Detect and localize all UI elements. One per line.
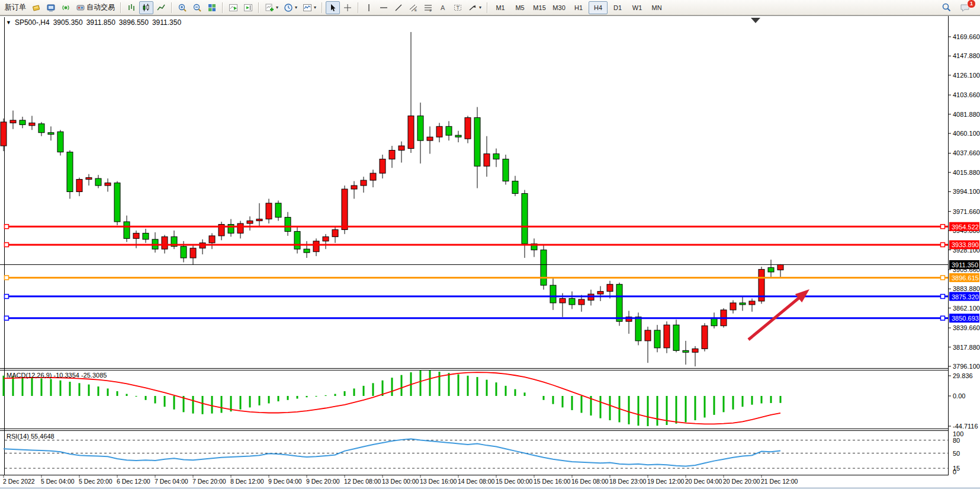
chart-candles-button[interactable] (139, 1, 153, 14)
templates-button[interactable]: ▾ (300, 1, 319, 14)
tile-windows-icon (207, 3, 217, 12)
timeframe-m30[interactable]: M30 (550, 1, 568, 14)
candle (114, 181, 120, 225)
time-tick-label: 9 Dec 20:00 (306, 478, 340, 485)
line-handle[interactable] (941, 276, 945, 280)
trendline-button[interactable] (391, 1, 406, 14)
candle (1, 119, 7, 151)
price-tick-label: 3817.880 (953, 344, 980, 351)
timeframe-h1[interactable]: H1 (569, 1, 588, 14)
autotrading-button[interactable]: 自动交易 (73, 1, 117, 14)
label-button[interactable]: T (451, 1, 465, 14)
line-handle[interactable] (5, 276, 9, 280)
high-value: 3911.850 (86, 18, 115, 27)
timeframe-m5[interactable]: M5 (510, 1, 529, 14)
candle (503, 155, 509, 185)
candle (86, 174, 92, 186)
text-button[interactable]: A (436, 1, 450, 14)
candle (512, 176, 518, 196)
fibonacci-button[interactable]: F (421, 1, 435, 14)
chart-bars-button[interactable] (124, 1, 139, 14)
new-order-button[interactable]: 新订单 (2, 1, 28, 14)
arrows-button[interactable]: ▾ (465, 1, 484, 14)
candle (95, 175, 101, 188)
line-handle[interactable] (941, 295, 945, 299)
candle (20, 117, 25, 128)
line-handle[interactable] (941, 242, 945, 247)
candle (579, 295, 584, 312)
separator (322, 2, 323, 13)
candle (237, 221, 243, 239)
price-tick-label: 4037.660 (953, 149, 980, 156)
collapse-panel-arrow-icon[interactable]: ▼ (6, 20, 11, 25)
vline-button[interactable] (362, 1, 376, 14)
line-handle[interactable] (5, 242, 9, 247)
line-handle[interactable] (5, 295, 9, 299)
candle (171, 231, 177, 249)
search-button[interactable] (939, 1, 954, 14)
candle (370, 170, 376, 187)
line-handle[interactable] (941, 316, 945, 320)
time-tick-label: 15 Dec 16:00 (534, 478, 571, 485)
candle (209, 233, 215, 249)
timeframe-w1[interactable]: W1 (628, 1, 647, 14)
dropdown-arrow-icon: ▾ (479, 5, 481, 10)
candle (522, 190, 528, 258)
svg-text:3850.693: 3850.693 (952, 315, 979, 322)
candle (531, 238, 537, 257)
arrows-icon (468, 3, 477, 12)
chart-line-button[interactable] (154, 1, 168, 14)
crosshair-button[interactable] (340, 1, 355, 14)
candle (200, 239, 205, 254)
timeframe-d1[interactable]: D1 (608, 1, 627, 14)
line-handle[interactable] (5, 316, 9, 320)
candle (427, 126, 433, 154)
vertical-line-icon (364, 3, 374, 12)
chart-canvas[interactable]: 4169.6604147.8804126.1004103.6604081.880… (0, 16, 980, 489)
candle (275, 200, 281, 220)
periods-button[interactable]: ▾ (281, 1, 300, 14)
svg-text:E: E (415, 8, 417, 12)
hline-button[interactable] (377, 1, 391, 14)
chart-shift-marker-icon[interactable] (751, 18, 760, 23)
timeframe-h4[interactable]: H4 (589, 1, 608, 14)
separator (487, 2, 488, 13)
notifications-button[interactable]: 1 (957, 1, 973, 14)
candle (673, 319, 679, 352)
line-handle[interactable] (5, 225, 9, 229)
candle (749, 299, 755, 312)
price-tick-label: 3839.660 (953, 324, 980, 331)
gold-badge-button[interactable] (29, 1, 43, 14)
tile-windows-button[interactable] (205, 1, 219, 14)
new-chart-button[interactable]: ▾ (262, 1, 281, 14)
price-tick-label: 3971.660 (953, 208, 980, 215)
candle (29, 116, 35, 130)
terminal-button[interactable] (44, 1, 58, 14)
candles-chart-icon (142, 3, 151, 12)
svg-text:A: A (441, 4, 445, 11)
zoom-in-button[interactable] (175, 1, 189, 14)
timeframe-m15[interactable]: M15 (530, 1, 549, 14)
candle (38, 122, 44, 136)
chart-window: ▼ SP500-,H4 3905.350 3911.850 3896.550 3… (0, 15, 980, 489)
zoom-out-button[interactable] (190, 1, 204, 14)
timeframe-mn[interactable]: MN (647, 1, 666, 14)
candle (493, 149, 499, 167)
candle (588, 290, 594, 306)
chart-shift-button[interactable] (241, 1, 255, 14)
cursor-button[interactable] (326, 1, 340, 14)
dropdown-arrow-icon: ▾ (314, 5, 316, 10)
signal-button[interactable] (59, 1, 73, 14)
trendline-icon (394, 3, 403, 12)
macd-indicator-label: MACD(12,26,9) -10.3354 -25.3085 (7, 372, 107, 379)
price-tick-label: 3883.880 (953, 285, 980, 292)
timeframe-m1[interactable]: M1 (491, 1, 510, 14)
bars-chart-icon (127, 3, 136, 12)
time-tick-label: 7 Dec 20:00 (192, 478, 226, 485)
price-tick-label: 4103.660 (953, 91, 980, 98)
channel-button[interactable]: E (406, 1, 420, 14)
svg-text:3911.350: 3911.350 (952, 261, 978, 269)
dropdown-arrow-icon: ▾ (276, 5, 278, 10)
line-handle[interactable] (941, 225, 945, 229)
auto-scroll-button[interactable] (226, 1, 240, 14)
